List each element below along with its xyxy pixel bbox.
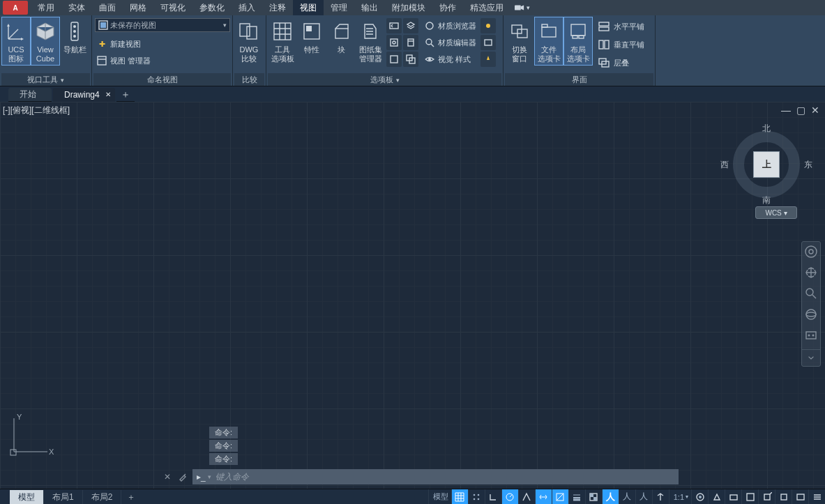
- menu-solid[interactable]: 实体: [61, 0, 92, 15]
- sb-quickprops[interactable]: [741, 489, 758, 505]
- minimize-icon[interactable]: —: [781, 105, 791, 116]
- layout-tab-2[interactable]: 布局2: [83, 490, 122, 504]
- sb-ortho[interactable]: [485, 489, 501, 505]
- layer-palette[interactable]: [403, 18, 418, 33]
- menu-surface[interactable]: 曲面: [92, 0, 123, 15]
- sb-isodraft[interactable]: [518, 489, 535, 505]
- sb-grid[interactable]: [451, 489, 468, 505]
- cmd-line-toggle[interactable]: [386, 18, 402, 33]
- sb-osnap[interactable]: [552, 489, 568, 505]
- orbit-icon[interactable]: [804, 307, 818, 321]
- sb-anno-monitor[interactable]: [708, 489, 725, 505]
- camera-menu[interactable]: ▾: [515, 4, 530, 11]
- sb-model[interactable]: 模型: [428, 489, 451, 505]
- sb-otrack[interactable]: [535, 489, 552, 505]
- sb-polar[interactable]: [501, 489, 518, 505]
- menu-manage[interactable]: 管理: [324, 0, 354, 15]
- xref-palette[interactable]: [403, 52, 418, 67]
- sb-3dosnap[interactable]: 人: [602, 489, 619, 505]
- close-viewport-icon[interactable]: ✕: [811, 105, 819, 116]
- panel-title-viewport[interactable]: 视口工具: [1, 73, 90, 86]
- navbar-button[interactable]: 导航栏: [60, 17, 89, 56]
- render-presets[interactable]: [480, 35, 496, 50]
- showmotion-icon[interactable]: [804, 328, 818, 342]
- menu-annotate[interactable]: 注释: [262, 0, 293, 15]
- layout-tab-add[interactable]: ＋: [121, 490, 141, 504]
- sun-props[interactable]: [480, 18, 496, 33]
- menu-insert[interactable]: 插入: [232, 0, 262, 15]
- tool-palette-button[interactable]: 工具选项板: [268, 17, 297, 66]
- file-tabs-button[interactable]: 文件选项卡: [534, 17, 563, 66]
- menu-common[interactable]: 常用: [31, 0, 61, 15]
- sb-units[interactable]: [725, 489, 741, 505]
- maximize-icon[interactable]: ▢: [796, 105, 805, 116]
- viewcube-north[interactable]: 北: [762, 123, 771, 135]
- markup-palette[interactable]: [386, 52, 402, 67]
- menu-view[interactable]: 视图: [293, 0, 324, 15]
- tile-horizontal[interactable]: 水平平铺: [596, 18, 647, 35]
- ucs-icon-button[interactable]: UCS图标: [1, 17, 31, 66]
- app-menu-button[interactable]: A: [3, 1, 28, 15]
- material-browser[interactable]: 材质浏览器: [424, 18, 476, 33]
- menu-parametric[interactable]: 参数化: [192, 0, 232, 15]
- menu-output[interactable]: 输出: [354, 0, 385, 15]
- viewcube[interactable]: 上 北 南 东 西: [725, 123, 808, 206]
- properties-button[interactable]: 特性: [297, 17, 326, 56]
- cmd-close-icon[interactable]: ✕: [162, 471, 173, 482]
- pan-icon[interactable]: [804, 266, 818, 280]
- menu-featured[interactable]: 精选应用: [463, 0, 510, 15]
- sheetset-button[interactable]: 图纸集管理器: [356, 17, 385, 66]
- material-editor[interactable]: 材质编辑器: [424, 35, 476, 50]
- sb-transparency[interactable]: [585, 489, 602, 505]
- menu-mesh[interactable]: 网格: [123, 0, 153, 15]
- menu-addons[interactable]: 附加模块: [385, 0, 432, 15]
- switch-window-button[interactable]: 切换窗口: [505, 17, 534, 66]
- sb-lock-ui[interactable]: [758, 489, 775, 505]
- viewcube-west[interactable]: 西: [720, 159, 729, 171]
- layout-tabs-button[interactable]: 布局选项卡: [563, 17, 593, 66]
- sb-lineweight[interactable]: [568, 489, 585, 505]
- sb-isolate[interactable]: [775, 489, 792, 505]
- calc-palette[interactable]: [403, 35, 418, 50]
- chevron-down-icon[interactable]: ▾: [208, 473, 211, 480]
- doc-tab-start[interactable]: 开始: [8, 88, 52, 102]
- steering-wheel-icon[interactable]: [804, 245, 818, 259]
- viewcube-east[interactable]: 东: [804, 159, 812, 171]
- sb-anno-scale[interactable]: 1:1▾: [669, 489, 691, 505]
- wcs-selector[interactable]: WCS ▾: [755, 206, 797, 219]
- sb-selection-filter[interactable]: 人: [635, 489, 652, 505]
- menu-visualize[interactable]: 可视化: [153, 0, 192, 15]
- doc-tab-drawing[interactable]: Drawing4✕: [53, 88, 115, 102]
- menu-collab[interactable]: 协作: [432, 0, 463, 15]
- sb-dynucs[interactable]: 人: [619, 489, 635, 505]
- layout-tab-model[interactable]: 模型: [10, 490, 44, 504]
- viewcube-ring[interactable]: [733, 131, 800, 198]
- sb-customize[interactable]: [808, 489, 825, 505]
- block-palette-button[interactable]: 块: [326, 17, 356, 56]
- dwg-compare-button[interactable]: DWG比较: [234, 17, 264, 66]
- layout-tab-1[interactable]: 布局1: [44, 490, 83, 504]
- command-line[interactable]: ▸_ ▾ 键入命令: [192, 469, 679, 484]
- doc-tab-add[interactable]: ＋: [116, 88, 135, 102]
- view-dropdown[interactable]: 未保存的视图▾: [95, 18, 230, 32]
- tile-vertical[interactable]: 垂直平铺: [596, 36, 647, 53]
- cascade[interactable]: 层叠: [596, 54, 647, 71]
- cmd-customize-icon[interactable]: [177, 471, 188, 482]
- sb-workspace[interactable]: [691, 489, 708, 505]
- sb-gizmo[interactable]: [652, 489, 669, 505]
- panel-title-palettes[interactable]: 选项板: [268, 73, 501, 86]
- close-icon[interactable]: ✕: [105, 91, 111, 98]
- view-manager-button[interactable]: 视图 管理器: [96, 53, 228, 68]
- viewcube-button[interactable]: ViewCube: [31, 17, 60, 66]
- new-view-button[interactable]: ✚新建视图: [96, 36, 228, 52]
- visual-styles[interactable]: 视觉 样式: [424, 52, 476, 67]
- viewcube-south[interactable]: 南: [762, 194, 771, 206]
- nav-expand-icon[interactable]: [802, 349, 820, 363]
- sb-clean-screen[interactable]: [792, 489, 808, 505]
- zoom-extents-icon[interactable]: [804, 287, 818, 300]
- design-center[interactable]: [386, 35, 402, 50]
- viewport-label[interactable]: [-][俯视][二维线框]: [3, 105, 70, 116]
- sb-snap[interactable]: [468, 489, 485, 505]
- light-props[interactable]: [480, 52, 496, 67]
- drawing-canvas[interactable]: [-][俯视][二维线框] — ▢ ✕ 上 北 南 东 西 WCS ▾ Y X: [0, 102, 825, 489]
